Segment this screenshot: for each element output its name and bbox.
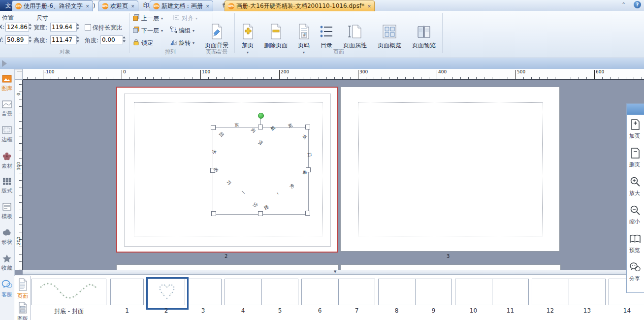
ruler-mark: 600 — [594, 70, 604, 79]
delete-page-button[interactable]: 删除页面 — [260, 24, 291, 50]
canvas[interactable]: 东 向 般 览 回 有 定 木 口 的 够 习 净 一 丶 沙 路 2 3 — [23, 80, 644, 270]
resize-handle-s[interactable] — [258, 211, 263, 216]
resize-handle-n[interactable] — [258, 125, 263, 129]
sidebar-item-gallery[interactable]: 图库 — [0, 75, 15, 92]
resize-handle-se[interactable] — [305, 211, 310, 216]
dps-file-icon: DPS — [15, 3, 22, 9]
doc-tab-3[interactable]: DPS 新建文档：画册 ✕ — [150, 0, 213, 11]
sidebar-item-shape[interactable]: 形状 — [0, 228, 15, 246]
dps-file-icon: DPS — [102, 3, 108, 9]
x-position-input[interactable] — [5, 23, 29, 32]
page-right[interactable] — [340, 87, 560, 252]
sidebar-item-material[interactable]: 素材 — [0, 152, 15, 170]
minimize-ribbon-icon[interactable]: ⌃ — [621, 1, 626, 8]
bring-forward-button[interactable]: 上一层▾ — [133, 14, 163, 23]
sidebar-item-background[interactable]: 背景 — [0, 100, 15, 118]
keep-ratio-label[interactable]: 保持长宽比 — [93, 24, 122, 32]
group-divider — [129, 13, 129, 53]
template-icon — [2, 206, 11, 212]
share-button[interactable]: 分享 — [627, 261, 644, 283]
thumbnail-label-cover: 封底 - 封面 — [32, 307, 106, 314]
close-tab-icon[interactable]: ✕ — [206, 4, 210, 9]
close-tab-icon[interactable]: ✕ — [86, 4, 90, 9]
share-wechat-icon — [629, 261, 641, 275]
send-backward-button[interactable]: 下一层▾ — [133, 26, 163, 35]
dps-application-window: 文件(F) 设计(D) 页面(G) 视图(V) 印刷(P) 分享导出(S) 帮助… — [0, 0, 644, 320]
ruler-mark: -100 — [43, 70, 54, 79]
width-spinner[interactable] — [75, 22, 81, 31]
sidebar-item-favorites[interactable]: 收藏 — [0, 254, 15, 272]
group-objects-button[interactable]: 编组▾ — [170, 26, 194, 35]
close-tab-icon[interactable]: ✕ — [367, 4, 371, 9]
path-text-char: 口 — [307, 153, 312, 158]
rotation-handle[interactable] — [258, 113, 264, 119]
spread-divider — [415, 279, 416, 305]
preview-button[interactable]: 预览 — [627, 233, 644, 254]
page-overview-button[interactable]: 页面概览 — [373, 24, 406, 50]
thumbnail-label: 12 — [532, 307, 569, 314]
lock-button[interactable]: 锁定 — [133, 38, 153, 47]
width-input[interactable] — [50, 23, 77, 32]
toc-button[interactable]: 目录 — [316, 24, 337, 50]
ruler-mark: 200 — [16, 237, 21, 245]
zoom-out-button[interactable]: 缩小 — [627, 204, 644, 225]
plates-panel-icon — [17, 309, 28, 315]
thumbnail-page-1[interactable] — [110, 279, 144, 305]
next-spread-page-right[interactable] — [340, 264, 561, 270]
background-icon — [2, 103, 12, 110]
ruler-corner — [15, 69, 23, 80]
horizontal-ruler[interactable]: -100 0 100 200 300 400 500 600 — [23, 69, 644, 80]
next-spread-page-left[interactable] — [116, 264, 339, 270]
zoom-in-button[interactable]: 放大 — [627, 176, 644, 197]
group-icon — [170, 27, 177, 34]
margin-guide — [358, 102, 543, 236]
splitter-collapse-arrow[interactable]: ▼ — [334, 270, 336, 274]
y-position-input[interactable] — [5, 35, 29, 44]
rotate-button[interactable]: 旋转▾ — [170, 38, 194, 47]
thumbnail-label: 1 — [110, 307, 144, 314]
sidebar-item-border[interactable]: 边框 — [0, 126, 15, 143]
spread-divider — [338, 279, 339, 305]
thumbnail-label: 2 — [148, 307, 185, 314]
thumbnail-cover[interactable] — [32, 279, 106, 305]
height-spinner[interactable] — [75, 35, 81, 44]
panel-tab-pages[interactable]: 页面 — [14, 278, 31, 300]
pages-panel-icon — [17, 286, 28, 292]
resize-handle-nw[interactable] — [211, 125, 216, 130]
quick-add-page-button[interactable]: 加页 — [627, 119, 644, 140]
thumbnail-label: 14 — [609, 307, 644, 314]
resize-handle-sw[interactable] — [211, 211, 216, 216]
sidebar-item-service[interactable]: 客服 — [0, 280, 15, 298]
add-page-icon — [240, 24, 255, 41]
quick-tools-panel-header[interactable] — [627, 104, 644, 115]
y-spinner[interactable] — [28, 35, 33, 44]
arrange-group-label: 排列 — [131, 48, 210, 56]
height-input[interactable] — [50, 35, 77, 44]
doc-tab-4-active[interactable]: DPS 画册-大16开硬壳精装-文档200110-1016.dpsf* ✕ — [225, 0, 375, 11]
left-toolbar: 图库 背景 边框 素材 版式 模板 形状 收藏 — [0, 69, 15, 320]
material-flower-icon — [2, 156, 12, 162]
service-chat-icon — [1, 284, 12, 290]
sidebar-item-layout[interactable]: 版式 — [0, 177, 15, 194]
delete-page-icon — [629, 147, 641, 160]
close-tab-icon[interactable]: ✕ — [131, 4, 135, 9]
help-icon[interactable]: ? — [634, 1, 641, 8]
keep-ratio-checkbox[interactable] — [85, 24, 91, 31]
ruler-mark: 100 — [16, 162, 21, 170]
tab-scroll-arrow[interactable] — [2, 60, 7, 67]
horizontal-splitter[interactable] — [23, 270, 644, 275]
angle-input[interactable] — [100, 35, 123, 44]
sidebar-item-template[interactable]: 模板 — [0, 203, 15, 220]
angle-spinner[interactable] — [122, 35, 127, 44]
group-divider — [234, 13, 235, 53]
panel-tab-plates[interactable]: 图版 — [14, 302, 31, 320]
spread-divider — [569, 279, 569, 305]
quick-delete-page-button[interactable]: 删页 — [627, 147, 644, 168]
doc-tab-1[interactable]: DPS 使用手册-6、路径文字 ✕ — [12, 0, 93, 11]
resize-handle-ne[interactable] — [305, 125, 310, 129]
doc-tab-2[interactable]: DPS 欢迎页 ✕ — [98, 0, 138, 11]
page-preview-button[interactable]: 页面预览 — [408, 24, 440, 50]
x-spinner[interactable] — [28, 22, 33, 31]
page-properties-button[interactable]: 页面属性 — [339, 24, 371, 50]
gallery-icon — [2, 78, 12, 84]
